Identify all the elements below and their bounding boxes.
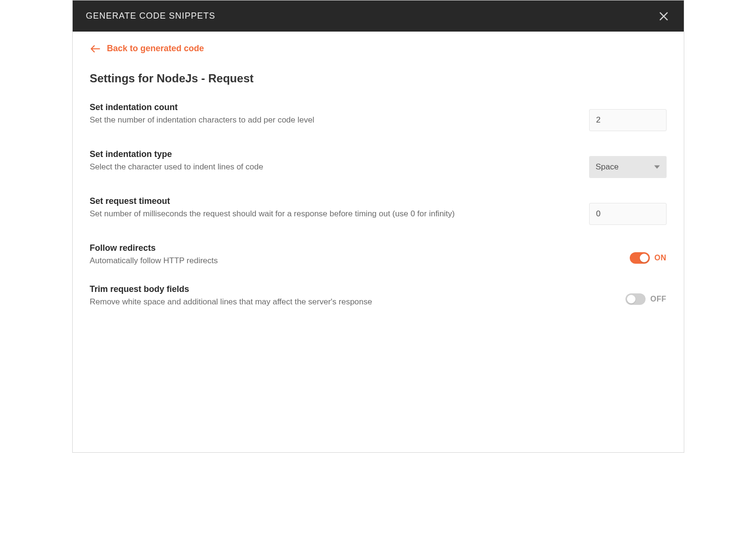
setting-label: Set request timeout xyxy=(90,196,570,206)
setting-indentation-count: Set indentation count Set the number of … xyxy=(90,102,667,131)
setting-description: Automatically follow HTTP redirects xyxy=(90,256,570,266)
modal-frame: GENERATE CODE SNIPPETS Back to generated… xyxy=(72,0,684,453)
setting-description: Set the number of indentation characters… xyxy=(90,115,570,125)
toggle-state-label: ON xyxy=(655,254,667,262)
setting-label: Trim request body fields xyxy=(90,284,570,294)
request-timeout-input[interactable] xyxy=(589,203,667,225)
setting-label-block: Set request timeout Set number of millis… xyxy=(90,196,589,219)
page-title: Settings for NodeJs - Request xyxy=(90,72,667,85)
setting-control xyxy=(589,102,667,131)
setting-control: ON xyxy=(589,243,667,266)
setting-trim-body: Trim request body fields Remove white sp… xyxy=(90,284,667,307)
modal-header: GENERATE CODE SNIPPETS xyxy=(73,0,684,32)
setting-label: Follow redirects xyxy=(90,243,570,253)
setting-label: Set indentation count xyxy=(90,102,570,112)
setting-request-timeout: Set request timeout Set number of millis… xyxy=(90,196,667,225)
setting-description: Remove white space and additional lines … xyxy=(90,297,570,307)
modal-title: GENERATE CODE SNIPPETS xyxy=(86,11,216,21)
toggle-state-label: OFF xyxy=(650,295,667,303)
setting-description: Set number of milliseconds the request s… xyxy=(90,209,570,219)
chevron-down-icon xyxy=(654,166,660,169)
setting-follow-redirects: Follow redirects Automatically follow HT… xyxy=(90,243,667,266)
close-button[interactable] xyxy=(657,10,670,23)
back-link-label: Back to generated code xyxy=(107,44,204,54)
trim-body-toggle[interactable]: OFF xyxy=(625,293,667,305)
setting-label-block: Set indentation count Set the number of … xyxy=(90,102,589,125)
indentation-type-select[interactable]: Space xyxy=(589,156,667,178)
setting-label-block: Follow redirects Automatically follow HT… xyxy=(90,243,589,266)
toggle-knob xyxy=(640,254,648,262)
setting-indentation-type: Set indentation type Select the characte… xyxy=(90,149,667,178)
setting-label: Set indentation type xyxy=(90,149,570,159)
setting-control xyxy=(589,196,667,225)
modal-content: Back to generated code Settings for Node… xyxy=(73,32,684,452)
setting-control: OFF xyxy=(589,284,667,307)
setting-description: Select the character used to indent line… xyxy=(90,162,570,172)
toggle-switch xyxy=(630,252,650,264)
follow-redirects-toggle[interactable]: ON xyxy=(630,252,667,264)
arrow-left-icon xyxy=(90,45,100,53)
back-link[interactable]: Back to generated code xyxy=(90,44,667,54)
toggle-knob xyxy=(627,295,635,303)
select-value: Space xyxy=(596,162,619,172)
toggle-switch xyxy=(625,293,646,305)
setting-label-block: Trim request body fields Remove white sp… xyxy=(90,284,589,307)
close-icon xyxy=(658,11,669,22)
setting-label-block: Set indentation type Select the characte… xyxy=(90,149,589,172)
indentation-count-input[interactable] xyxy=(589,109,667,131)
setting-control: Space xyxy=(589,149,667,178)
